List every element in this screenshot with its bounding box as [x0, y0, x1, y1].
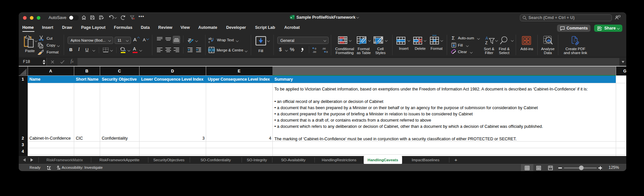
svg-text:ab: ab [187, 37, 192, 43]
svg-text:0: 0 [315, 47, 316, 50]
svg-text:Z: Z [485, 41, 487, 45]
svg-text:.00: .00 [322, 47, 326, 50]
svg-text:c: c [208, 40, 210, 43]
svg-text:.00: .00 [312, 50, 316, 53]
svg-text:A: A [485, 36, 488, 41]
svg-text:0: 0 [326, 50, 328, 53]
